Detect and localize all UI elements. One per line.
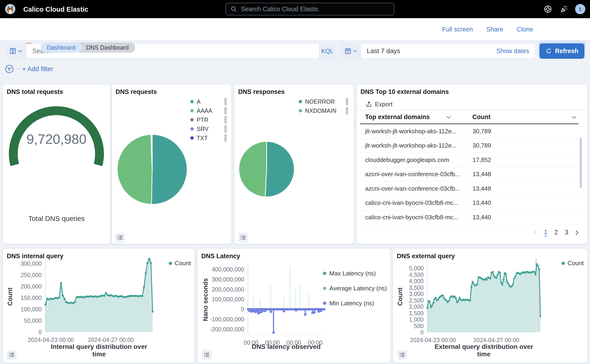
header-icons: t <box>543 0 585 18</box>
page-3[interactable]: 3 <box>565 229 568 236</box>
legend-dot <box>562 262 565 265</box>
domain-cell: azcni-over-ivan-conference-03cfb... <box>360 185 468 192</box>
table-row[interactable]: clouddebugger.googleapis.com 17,852 <box>360 153 579 167</box>
legend-actions-icon[interactable] <box>224 107 227 114</box>
svg-text:500: 500 <box>414 323 424 329</box>
export-icon <box>366 101 372 107</box>
svg-text:100,000,000: 100,000,000 <box>212 296 244 302</box>
svg-text:0: 0 <box>39 329 42 335</box>
legend-item-nxdomain[interactable]: NXDOMAIN <box>299 107 348 114</box>
legend-dot <box>190 100 194 103</box>
svg-text:200,000: 200,000 <box>21 283 42 290</box>
column-label: Count <box>472 113 491 121</box>
list-icon <box>203 352 210 358</box>
show-dates-link[interactable]: Show dates <box>496 47 529 55</box>
legend-actions-icon[interactable] <box>224 135 227 142</box>
legend-label: Max Latency (ns) <box>329 270 376 277</box>
dns-dashboard-screen: Calico Cloud Elastic Search Calico Cloud… <box>0 0 590 364</box>
time-range-field[interactable]: Last 7 days Show dates <box>361 44 535 58</box>
legend-label: TXT <box>197 135 221 142</box>
domain-cell: jlt-worksh-jlt-workshop-aks-112e... <box>360 142 468 149</box>
legend-actions-icon[interactable] <box>224 98 227 105</box>
sort-chevron-icon[interactable] <box>572 116 577 119</box>
kql-button[interactable]: KQL <box>319 43 336 59</box>
previous-page-icon[interactable] <box>534 230 537 235</box>
domain-cell: calico-cni-ivan-byocni-03cfb8-mc... <box>360 214 468 221</box>
column-header-domains[interactable]: Top external domains <box>360 113 468 121</box>
legend-actions-icon[interactable] <box>346 98 348 105</box>
add-filter-link[interactable]: + Add filter <box>22 65 53 73</box>
legend-label: PTR <box>197 117 221 123</box>
svg-text:150,000: 150,000 <box>21 295 42 301</box>
global-search-input[interactable]: Search Calico Cloud Elastic <box>226 3 394 15</box>
column-header-count[interactable]: Count <box>468 113 579 121</box>
table-row[interactable]: jlt-worksh-jlt-workshop-aks-112e... 30,7… <box>360 139 579 153</box>
table-header: Top external domains Count <box>360 111 579 124</box>
x-axis-label: DNS latency observed <box>248 343 324 351</box>
page-1[interactable]: 1 <box>544 229 547 236</box>
table-row[interactable]: calico-cni-ivan-byocni-03cfb8-mc... 13,4… <box>360 210 579 225</box>
legend-toggle-button[interactable] <box>238 233 248 243</box>
legend-dot <box>190 118 194 121</box>
time-range-value[interactable]: Last 7 days <box>367 47 496 55</box>
help-icon[interactable] <box>543 5 552 13</box>
saved-query-button[interactable] <box>5 43 26 59</box>
legend-dot <box>190 136 194 140</box>
refresh-button-label: Refresh <box>555 47 579 55</box>
avatar[interactable]: t <box>575 4 585 14</box>
filter-icon[interactable] <box>5 64 14 74</box>
legend-toggle-button[interactable] <box>115 233 125 243</box>
date-picker-button[interactable] <box>340 43 361 59</box>
domain-cell: jlt-worksh-jlt-workshop-aks-112e... <box>360 128 468 135</box>
legend-toggle-button[interactable] <box>202 350 212 360</box>
legend-toggle-button[interactable] <box>7 350 17 360</box>
legend-item-noerror[interactable]: NOERROR <box>299 98 348 105</box>
table-row[interactable]: azcni-over-ivan-conference-03cfb... 13,4… <box>360 182 579 196</box>
calico-cat-icon <box>5 4 15 14</box>
export-label: Export <box>375 101 392 108</box>
list-icon <box>8 352 15 358</box>
legend-item-txt[interactable]: TXT <box>190 135 227 142</box>
svg-text:2024-04-23 00:00: 2024-04-23 00:00 <box>410 337 456 343</box>
sort-chevron-icon[interactable] <box>446 116 451 119</box>
panel-dns-total-requests: DNS total requests 9,720,980 Total DNS q… <box>3 84 110 244</box>
breadcrumb-dns-dashboard[interactable]: DNS Dashboard <box>77 42 135 53</box>
svg-text:2024-04-27 00:00: 2024-04-27 00:00 <box>88 337 134 343</box>
date-picker-bar: Last 7 days Show dates <box>340 43 535 59</box>
share-link[interactable]: Share <box>486 26 503 33</box>
legend-actions-icon[interactable] <box>224 125 227 132</box>
export-button[interactable]: Export <box>366 99 392 109</box>
full-screen-link[interactable]: Full screen <box>442 26 473 33</box>
legend-actions-icon[interactable] <box>224 116 227 123</box>
legend-label: Count <box>568 260 584 267</box>
legend-dot <box>169 262 172 265</box>
nav-bar: c Dashboard DNS Dashboard Full screen Sh… <box>0 18 590 40</box>
legend-item-count[interactable]: Count <box>169 260 191 267</box>
next-page-icon[interactable] <box>575 230 579 235</box>
svg-text:200,000,000: 200,000,000 <box>212 286 244 293</box>
whats-new-icon[interactable] <box>559 5 568 13</box>
refresh-button[interactable]: Refresh <box>539 43 584 59</box>
domain-cell: clouddebugger.googleapis.com <box>360 156 468 164</box>
legend-item-average-latency[interactable]: Average Latency (ns) <box>323 285 387 292</box>
legend-item-ptr[interactable]: PTR <box>190 116 227 123</box>
legend-label: Count <box>175 260 191 267</box>
breadcrumb-dashboard[interactable]: Dashboard <box>41 42 83 53</box>
legend-item-a[interactable]: A <box>190 98 227 105</box>
legend-item-min-latency[interactable]: Min Latency (ns) <box>323 300 387 307</box>
legend-item-count[interactable]: Count <box>562 260 584 267</box>
clone-link[interactable]: Clone <box>517 26 533 33</box>
table-row[interactable]: azcni-over-ivan-conference-03cfb... 13,4… <box>360 167 579 182</box>
legend-item-aaaa[interactable]: AAAA <box>190 107 227 114</box>
legend-toggle-button[interactable] <box>397 350 407 360</box>
legend-item-srv[interactable]: SRV <box>190 125 227 132</box>
table-row[interactable]: jlt-worksh-jlt-workshop-aks-112e... 30,7… <box>360 124 579 139</box>
legend-actions-icon[interactable] <box>346 107 348 114</box>
table-scrollbar[interactable] <box>580 137 582 188</box>
app-logo[interactable] <box>5 4 15 14</box>
legend-label: AAAA <box>197 107 221 114</box>
legend-item-max-latency[interactable]: Max Latency (ns) <box>323 270 387 277</box>
table-row[interactable]: calico-cni-ivan-byocni-03cfb8-mc... 13,4… <box>360 196 579 210</box>
svg-text:400,000,000: 400,000,000 <box>212 266 244 273</box>
page-2[interactable]: 2 <box>554 229 558 236</box>
